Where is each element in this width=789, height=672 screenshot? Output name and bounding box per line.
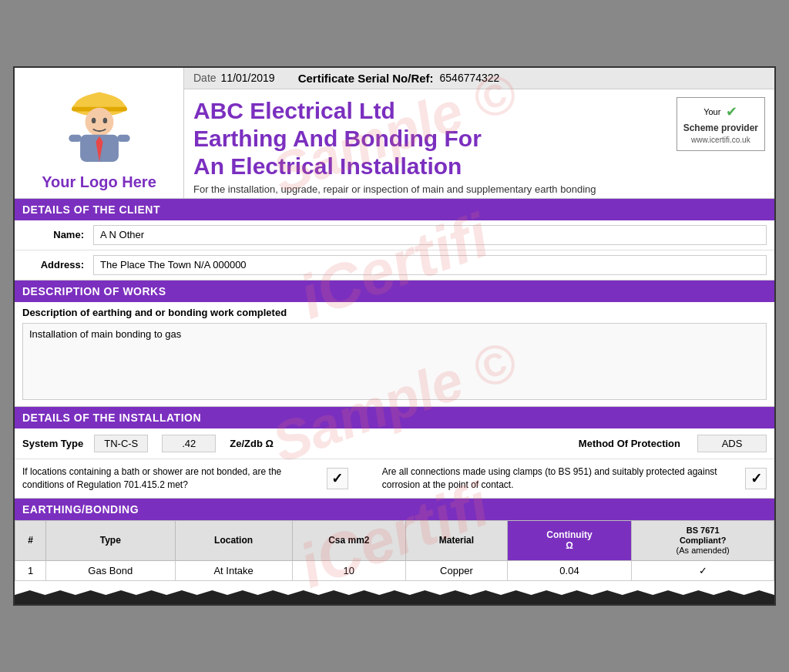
ze-zdb-value: .42 [162, 435, 216, 452]
scheme-label: Your ✔ [683, 102, 758, 122]
q2-check: ✓ [745, 468, 767, 489]
client-name-row: Name: A N Other [15, 220, 774, 250]
scheme-check-icon: ✔ [726, 102, 737, 122]
col-type: Type [46, 520, 176, 561]
name-value: A N Other [93, 225, 767, 245]
col-material: Material [406, 520, 508, 561]
cell-material: Copper [406, 561, 508, 581]
cell-location: At Intake [175, 561, 292, 581]
method-value: ADS [697, 435, 767, 452]
svg-point-8 [102, 118, 107, 123]
company-name: ABC Electrical Ltd Earthing And Bonding … [193, 97, 669, 180]
method-label: Method Of Protection [579, 438, 680, 449]
header: Your Logo Here Date 11/01/2019 Certifica… [15, 68, 774, 199]
svg-rect-6 [117, 135, 130, 142]
table-row: 1 Gas Bond At Intake 10 Copper 0.04 ✓ [15, 561, 774, 581]
cert-description: For the installation, upgrade, repair or… [193, 183, 669, 195]
works-section: DESCRIPTION OF WORKS Description of eart… [15, 281, 774, 407]
header-top-bar: Date 11/01/2019 Certificate Serial No/Re… [184, 68, 774, 89]
system-type-value: TN-C-S [94, 435, 148, 452]
bottom-wave [15, 581, 774, 604]
installation-section-header: DETAILS OF THE INSTALLATION [15, 407, 774, 428]
install-row2: If locations containing a bath or shower… [15, 459, 774, 498]
date-value: 11/01/2019 [221, 72, 275, 84]
install-q2: Are all connections made using clamps (t… [382, 465, 736, 492]
client-section-header: DETAILS OF THE CLIENT [15, 199, 774, 220]
date-label: Date [193, 72, 217, 84]
earthing-section: EARTHING/BONDING # Type Location Csa mm2… [15, 499, 774, 582]
header-main: ABC Electrical Ltd Earthing And Bonding … [184, 89, 774, 198]
installation-section: DETAILS OF THE INSTALLATION System Type … [15, 407, 774, 499]
svg-rect-5 [69, 135, 82, 142]
col-csa: Csa mm2 [292, 520, 406, 561]
scheme-box: Your ✔ Scheme provider www.icertifi.co.u… [677, 97, 765, 151]
logo-area: Your Logo Here [15, 68, 184, 198]
cell-csa: 10 [292, 561, 406, 581]
svg-point-7 [91, 118, 96, 123]
works-textarea: Installation of main bonding to gas [22, 323, 767, 400]
client-section: DETAILS OF THE CLIENT Name: A N Other Ad… [15, 199, 774, 281]
cell-type: Gas Bond [46, 561, 176, 581]
earthing-section-header: EARTHING/BONDING [15, 499, 774, 520]
install-row1: System Type TN-C-S .42 Ze/Zdb Ω Method O… [15, 428, 774, 459]
q1-check: ✓ [327, 468, 348, 489]
col-continuity: ContinuityΩ [507, 520, 632, 561]
earthing-table: # Type Location Csa mm2 Material Continu… [15, 520, 774, 582]
name-label: Name: [22, 229, 84, 240]
system-type-label: System Type [22, 438, 83, 449]
header-right: Date 11/01/2019 Certificate Serial No/Re… [184, 68, 774, 198]
works-desc-label: Description of earthing and or bonding w… [15, 302, 774, 320]
client-address-row: Address: The Place The Town N/A 000000 [15, 250, 774, 280]
cell-continuity: 0.04 [507, 561, 632, 581]
title-block: ABC Electrical Ltd Earthing And Bonding … [193, 97, 669, 195]
logo-icon [57, 78, 142, 170]
cell-num: 1 [15, 561, 46, 581]
logo-label: Your Logo Here [42, 173, 156, 191]
scheme-url: www.icertifi.co.uk [683, 135, 758, 146]
col-bs7671: BS 7671Compliant?(As amended) [632, 520, 774, 561]
install-q1: If locations containing a bath or shower… [22, 465, 317, 492]
ze-zdb-label: Ze/Zdb Ω [230, 438, 274, 449]
certificate-page: Sample © iCertifi Sample © iCertifi [13, 66, 776, 606]
address-label: Address: [22, 259, 84, 270]
col-location: Location [175, 520, 292, 561]
address-value: The Place The Town N/A 000000 [93, 255, 767, 275]
cert-label: Certificate Serial No/Ref: [298, 72, 434, 85]
cell-compliant: ✓ [632, 561, 774, 581]
works-section-header: DESCRIPTION OF WORKS [15, 281, 774, 302]
cert-value: 6546774322 [440, 72, 500, 84]
scheme-name: Scheme provider [683, 122, 758, 135]
col-num: # [15, 520, 46, 561]
